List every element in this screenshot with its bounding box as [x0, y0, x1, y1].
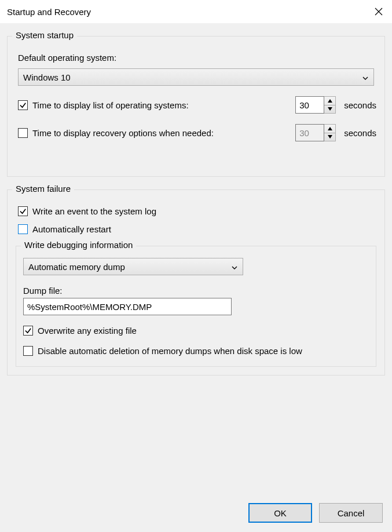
- time-display-list-checkbox[interactable]: [18, 100, 28, 110]
- spin-down-button[interactable]: [324, 133, 335, 141]
- button-bar: OK Cancel: [248, 503, 383, 523]
- default-os-label: Default operating system:: [18, 53, 376, 63]
- overwrite-label: Overwrite any existing file: [38, 326, 137, 336]
- time-display-recovery-spinbuttons: [324, 124, 336, 141]
- time-display-recovery-row: Time to display recovery options when ne…: [16, 124, 376, 141]
- close-icon: [375, 8, 383, 16]
- default-os-combobox[interactable]: Windows 10: [18, 68, 374, 86]
- time-display-list-spinner[interactable]: 30: [295, 96, 324, 114]
- close-button[interactable]: [365, 0, 392, 23]
- write-event-checkbox[interactable]: [18, 206, 28, 216]
- write-event-row: Write an event to the system log: [16, 206, 376, 216]
- system-startup-group: System startup Default operating system:…: [7, 36, 385, 177]
- time-display-list-spinbuttons: [324, 96, 336, 114]
- time-display-recovery-checkbox[interactable]: [18, 128, 28, 138]
- default-os-value: Windows 10: [23, 72, 71, 82]
- time-display-recovery-unit: seconds: [344, 128, 376, 138]
- dump-type-combobox[interactable]: Automatic memory dump: [23, 258, 243, 275]
- auto-restart-row: Automatically restart: [16, 224, 376, 234]
- time-display-recovery-label: Time to display recovery options when ne…: [32, 128, 214, 138]
- time-display-list-label: Time to display list of operating system…: [32, 100, 189, 110]
- ok-button[interactable]: OK: [248, 503, 312, 523]
- overwrite-row: Overwrite any existing file: [23, 326, 369, 336]
- disable-delete-label: Disable automatic deletion of memory dum…: [38, 346, 302, 356]
- time-display-list-row: Time to display list of operating system…: [16, 96, 376, 114]
- cancel-button[interactable]: Cancel: [319, 503, 383, 523]
- auto-restart-label: Automatically restart: [32, 224, 111, 234]
- system-failure-group: System failure Write an event to the sys…: [7, 190, 385, 376]
- dump-file-input[interactable]: %SystemRoot%\MEMORY.DMP: [23, 298, 232, 315]
- system-failure-legend: System failure: [12, 184, 74, 194]
- auto-restart-checkbox[interactable]: [18, 224, 28, 234]
- window-title: Startup and Recovery: [7, 7, 91, 17]
- dump-type-value: Automatic memory dump: [28, 262, 125, 272]
- time-display-list-unit: seconds: [344, 100, 376, 110]
- spin-up-button[interactable]: [324, 97, 335, 105]
- write-event-label: Write an event to the system log: [32, 206, 156, 216]
- spin-down-button[interactable]: [324, 105, 335, 114]
- write-debugging-subgroup: Write debugging information Automatic me…: [16, 246, 376, 367]
- titlebar: Startup and Recovery: [0, 0, 392, 23]
- system-startup-legend: System startup: [12, 30, 77, 40]
- time-display-recovery-spinner[interactable]: 30: [295, 124, 324, 141]
- spin-up-button[interactable]: [324, 125, 335, 133]
- dialog-content: System startup Default operating system:…: [0, 23, 392, 532]
- disable-delete-checkbox[interactable]: [23, 346, 33, 356]
- overwrite-checkbox[interactable]: [23, 326, 33, 336]
- chevron-down-icon: [231, 263, 238, 270]
- dump-file-label: Dump file:: [23, 286, 369, 296]
- disable-delete-row: Disable automatic deletion of memory dum…: [23, 346, 369, 356]
- write-debugging-legend: Write debugging information: [21, 240, 136, 250]
- chevron-down-icon: [362, 74, 369, 81]
